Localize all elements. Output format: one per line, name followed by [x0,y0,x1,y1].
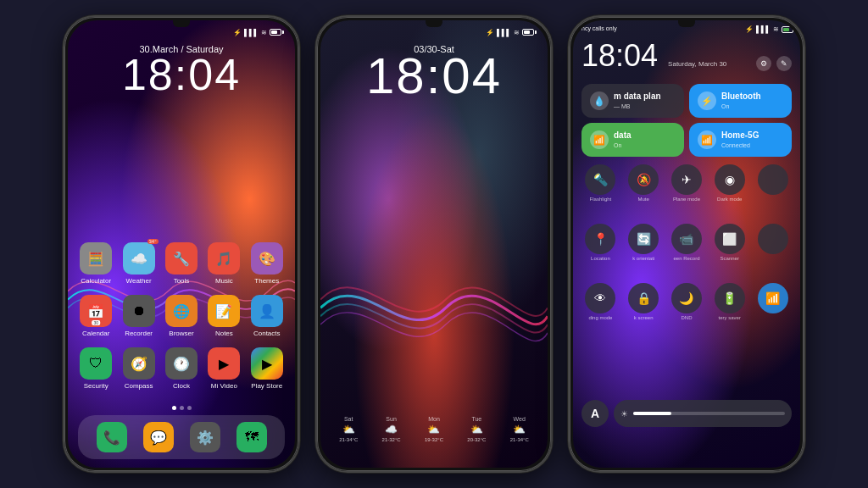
app-label-clock: Clock [173,382,190,390]
brightness-track [633,412,785,415]
cc-buttons-row3: 👁 ding mode 🔒 k screen 🌙 DND 🔋 tery save… [581,283,792,320]
battery-fill-p3 [783,28,789,31]
cc-header-icons: ⚙ ✎ [756,56,792,71]
cc-tile-bluetooth[interactable]: ⚡ Bluetooth On [689,84,792,118]
app-label-tools: Tools [174,277,190,285]
app-icon-img-mivideo: ▶ [208,347,240,380]
cc-location-icon: 📍 [585,224,615,254]
app-compass[interactable]: 🧭 Compass [119,347,159,390]
cc-screen-record-icon: 📹 [671,224,702,254]
app-contacts[interactable]: 👤 Contacts [247,295,287,337]
phone-2-screen: ⚡ ▌▌▌ ≋ 03/30-Sat 18:04 Sat [320,20,548,468]
cc-mobile-data-sub: On [614,142,621,148]
app-notes[interactable]: 📝 Notes [203,295,244,337]
cc-btn-extra[interactable]: 📶 [754,283,792,320]
cc-lockscreen-icon: 🔒 [628,283,659,313]
cc-btn-mute[interactable]: 🔕 Mute [625,164,663,202]
app-label-playstore: Play Store [251,382,282,390]
cc-dnd-label: DND [681,315,692,320]
cc-data-plan-icon: 💧 [590,92,609,110]
cc-wifi-sub: Connected [721,142,750,148]
cc-date-label: Saturday, March 30 [668,60,726,68]
phone-3: ncy calls only ⚡ ▌▌▌ ≋ 18:04 S [568,15,805,473]
notch-p1 [173,20,190,27]
cc-btn-flashlight[interactable]: 🔦 Flashlight [581,164,620,202]
weather-temp-mon: 19-32°C [425,437,443,442]
app-label-themes: Themes [254,277,279,285]
cc-btn-orientation[interactable]: 🔄 k orientati [625,224,663,261]
weather-day-wed: Wed ⛅ 21-34°C [510,416,529,442]
cc-tile-wifi[interactable]: 📶 Home-5G Connected [689,123,792,157]
app-clock[interactable]: 🕐 Clock [161,347,202,390]
battery-fill-p1 [271,30,277,34]
phone-2-frame: ⚡ ▌▌▌ ≋ 03/30-Sat 18:04 Sat [315,15,553,473]
cc-btn-reading[interactable]: 👁 ding mode [581,283,620,320]
weather-temp-wed: 21-34°C [510,437,529,442]
app-icon-img-calculator: 🧮 [80,242,112,274]
app-themes[interactable]: 🎨 Themes [247,242,287,285]
app-row-3: 🛡 Security 🧭 Compass 🕐 Clock ▶ [75,347,288,390]
app-mivideo[interactable]: ▶ Mi Video [203,347,244,390]
cc-btn-dnd[interactable]: 🌙 DND [668,283,706,320]
dock-messages[interactable]: 💬 [143,422,174,452]
app-icon-img-notes: 📝 [208,295,240,327]
weather-temp-sat: 21-34°C [339,437,358,442]
weather-label-wed: Wed [514,416,526,422]
app-row-2: 📅 30 Calendar ⏺ Recorder 🌐 Browser [75,295,288,337]
app-music[interactable]: 🎵 Music [203,242,244,285]
app-playstore[interactable]: ▶ Play Store [247,347,287,390]
battery-icon-p1 [270,29,281,36]
cc-btn-darkmode[interactable]: ◉ Dark mode [710,164,748,202]
cc-settings-icon[interactable]: ⚙ [756,56,771,71]
phone-1-screen: ⚡ ▌▌▌ ≋ 30.March / Saturday 18:04 [68,20,295,468]
app-calculator[interactable]: 🧮 Calculator [75,242,116,285]
phone-3-frame: ncy calls only ⚡ ▌▌▌ ≋ 18:04 S [568,15,805,473]
cc-data-plan-text: m data plan — MB [614,91,661,112]
cc-btn-empty2 [754,224,792,261]
wifi-icon-p3: ≋ [773,25,779,33]
weather-icon-sat: ⛅ [342,424,355,435]
cc-font-size-btn[interactable]: A [581,400,609,427]
app-label-compass: Compass [125,382,153,390]
cc-time-display: 18:04 [581,41,658,71]
dock-maps[interactable]: 🗺 [236,422,267,452]
cc-bluetooth-icon: ⚡ [698,92,716,110]
weather-temp-tue: 20-32°C [467,437,486,442]
dock-settings[interactable]: ⚙️ [190,422,220,452]
app-browser[interactable]: 🌐 Browser [161,295,202,337]
app-label-music: Music [215,277,233,285]
cc-btn-location[interactable]: 📍 Location [581,224,620,261]
app-security[interactable]: 🛡 Security [75,347,116,390]
wifi-icon-p2: ≋ [514,29,520,36]
notch-p2 [426,20,442,27]
bluetooth-icon-p2: ⚡ [486,29,494,36]
app-recorder[interactable]: ⏺ Recorder [119,295,159,337]
cc-wifi-text: Home-5G Connected [721,130,759,151]
cc-btn-lockscreen[interactable]: 🔒 k screen [625,283,663,320]
weather-bar-p2: Sat ⛅ 21-34°C Sun ☁️ 21-32°C Mon ⛅ 19-32… [327,416,541,442]
app-label-security: Security [84,382,108,390]
cc-tile-mobile-data[interactable]: 📶 data On [581,123,684,157]
cc-brightness-slider[interactable]: ☀ [614,400,792,427]
cc-btn-screen-record[interactable]: 📹 een Record [668,224,706,261]
cc-edit-icon[interactable]: ✎ [776,56,792,71]
cc-location-label: Location [591,256,610,261]
cc-empty1-icon [758,164,788,195]
cc-empty2-icon [758,224,788,254]
brightness-fill [633,412,671,415]
cc-btn-scanner[interactable]: ⬜ Scanner [710,224,748,261]
cc-dnd-icon: 🌙 [671,283,702,313]
app-weather[interactable]: ☁️ 34° Weather [119,242,159,285]
cc-btn-battery-saver[interactable]: 🔋 tery saver [710,283,748,320]
cc-airplane-label: Plane mode [673,197,700,202]
weather-temp-sun: 21-32°C [382,437,401,442]
dock-phone[interactable]: 📞 [97,422,127,452]
app-label-contacts: Contacts [253,330,281,337]
dot-1 [172,406,176,410]
cc-btn-airplane[interactable]: ✈ Plane mode [668,164,706,202]
phone-2: ⚡ ▌▌▌ ≋ 03/30-Sat 18:04 Sat [315,15,553,473]
cc-tile-data-plan[interactable]: 💧 m data plan — MB [581,84,684,118]
app-calendar[interactable]: 📅 30 Calendar [75,295,116,337]
cc-flashlight-icon: 🔦 [585,164,615,195]
app-tools[interactable]: 🔧 Tools [161,242,202,285]
